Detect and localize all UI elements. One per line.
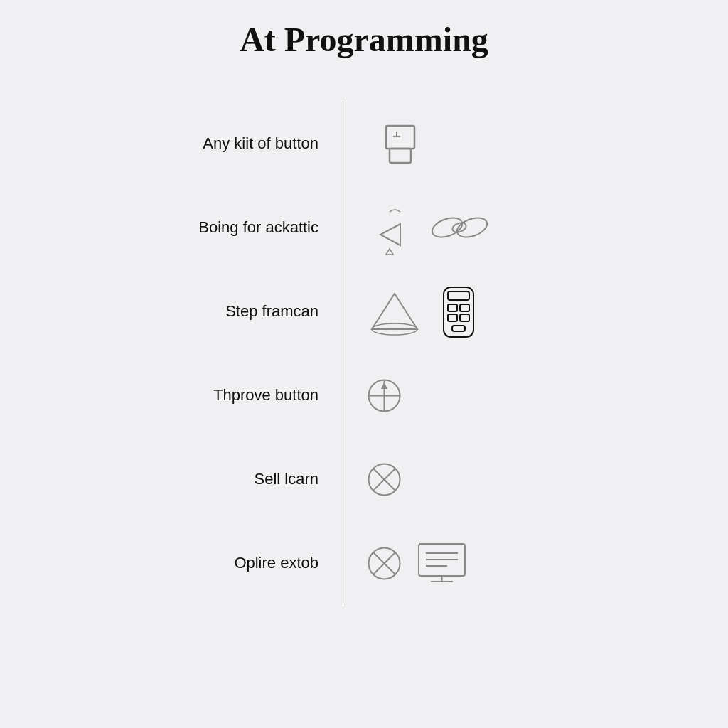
svg-marker-2 (380, 224, 400, 245)
svg-rect-14 (460, 314, 469, 321)
item-icons-3 (350, 282, 481, 342)
item-row-2: Boing for ackattic (94, 186, 634, 269)
item-label-2: Boing for ackattic (94, 218, 336, 237)
svg-marker-19 (381, 382, 387, 389)
item-icons-1 (350, 112, 429, 176)
remote-icon (437, 282, 481, 342)
svg-rect-1 (390, 149, 411, 163)
xcircle2-icon (365, 544, 404, 583)
page-title: At Programming (240, 20, 488, 59)
svg-point-6 (451, 220, 468, 233)
svg-rect-12 (460, 304, 469, 311)
item-row-1: Any kiit of button (94, 102, 634, 186)
divider-5 (343, 437, 343, 521)
item-icons-5 (350, 460, 404, 499)
divider-4 (343, 353, 343, 437)
prism-icon (365, 285, 425, 338)
item-icons-2 (350, 199, 497, 256)
svg-rect-13 (448, 314, 457, 321)
svg-rect-10 (448, 291, 469, 300)
item-row-3: Step framcan (94, 269, 634, 353)
xcircle-icon (365, 460, 404, 499)
divider-3 (343, 269, 343, 353)
crosshair-icon (365, 376, 404, 415)
item-icons-4 (350, 376, 404, 415)
item-label-4: Thprove button (94, 386, 336, 405)
svg-rect-11 (448, 304, 457, 311)
divider-2 (343, 186, 343, 269)
item-row-6: Oplire extob (94, 521, 634, 605)
item-label-1: Any kiit of button (94, 134, 336, 153)
item-icons-6 (350, 540, 469, 587)
svg-point-4 (429, 214, 465, 241)
monitor-icon (415, 540, 469, 587)
play-icon (365, 199, 414, 256)
item-row-4: Thprove button (94, 353, 634, 437)
items-list: Any kiit of button Boing for ackattic (94, 102, 634, 605)
item-row-5: Sell lcarn (94, 437, 634, 521)
svg-point-5 (454, 214, 490, 241)
chain-icon (426, 208, 497, 247)
divider-6 (343, 521, 343, 605)
divider-1 (343, 102, 343, 186)
svg-marker-3 (386, 249, 393, 255)
thumbsup-icon (365, 112, 429, 176)
item-label-6: Oplire extob (94, 554, 336, 572)
item-label-3: Step framcan (94, 302, 336, 321)
item-label-5: Sell lcarn (94, 470, 336, 488)
svg-rect-15 (452, 326, 465, 331)
